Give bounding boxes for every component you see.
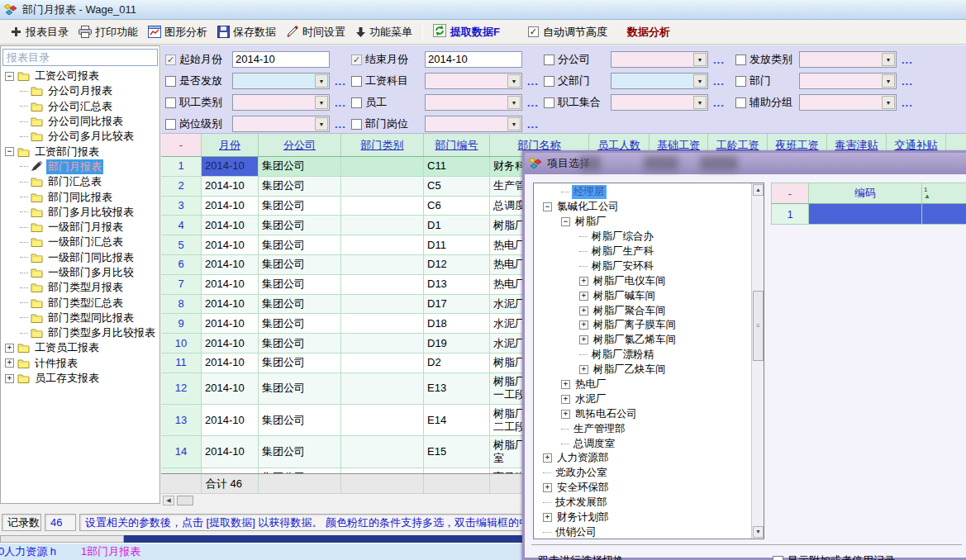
dialog-tree-item[interactable]: +树脂厂氯乙烯车间 bbox=[535, 333, 750, 348]
expand-icon[interactable]: + bbox=[561, 380, 570, 389]
sidebar-item[interactable]: 一级部门汇总表 bbox=[2, 235, 158, 249]
filter-combobox[interactable]: ▼ bbox=[425, 73, 522, 89]
dialog-tree-item[interactable]: 经理层 bbox=[535, 185, 750, 200]
extract-data-button[interactable]: 提取数据F bbox=[428, 22, 505, 41]
sidebar-item[interactable]: 部门类型汇总表 bbox=[2, 295, 158, 310]
toolbar-button-5[interactable]: 时间设置 bbox=[281, 23, 350, 41]
taskbar-item-hr[interactable]: 0人力资源 h bbox=[0, 544, 56, 559]
dialog-tree-item[interactable]: 技术发展部 bbox=[535, 496, 750, 510]
sidebar-item[interactable]: 部门月报表 bbox=[2, 159, 158, 174]
sidebar-item[interactable]: −工资部门报表 bbox=[2, 144, 158, 159]
filter-month-input[interactable]: 2014-10 bbox=[232, 51, 330, 68]
filter-checkbox[interactable] bbox=[165, 119, 176, 130]
chevron-down-icon[interactable]: ▼ bbox=[507, 74, 521, 88]
filter-combobox[interactable]: ▼ bbox=[799, 94, 897, 111]
expand-icon[interactable]: + bbox=[579, 335, 588, 344]
more-options-button[interactable]: ... bbox=[335, 75, 346, 88]
auto-height-toggle[interactable]: ✓ 自动调节高度 bbox=[528, 25, 607, 40]
filter-checkbox[interactable] bbox=[544, 97, 554, 108]
collapse-icon[interactable]: − bbox=[5, 147, 14, 156]
dialog-tree-item[interactable]: +凯拓电石公司 bbox=[535, 406, 750, 421]
dialog-tree-item[interactable]: 生产管理部 bbox=[535, 421, 750, 436]
chevron-down-icon[interactable]: ▼ bbox=[315, 96, 328, 109]
chevron-down-icon[interactable]: ▼ bbox=[507, 96, 521, 109]
sidebar-item[interactable]: 分公司月报表 bbox=[2, 83, 158, 98]
filter-checkbox[interactable] bbox=[351, 76, 362, 87]
dialog-tree-item[interactable]: 树脂厂安环科 bbox=[535, 259, 750, 273]
sidebar-item[interactable]: 分公司汇总表 bbox=[2, 99, 158, 114]
filter-checkbox[interactable]: ✓ bbox=[351, 55, 362, 65]
dialog-tree-item[interactable]: +树脂厂乙炔车间 bbox=[535, 363, 750, 377]
scroll-down-icon[interactable]: ▼ bbox=[753, 526, 764, 538]
expand-icon[interactable]: + bbox=[561, 410, 570, 419]
more-options-button[interactable]: ... bbox=[527, 118, 539, 131]
dialog-tree-item[interactable]: 供销公司 bbox=[535, 524, 750, 539]
toolbar-button-2[interactable]: 打印功能 bbox=[74, 23, 143, 41]
more-options-button[interactable]: ... bbox=[527, 75, 539, 88]
sidebar-item[interactable]: 部门类型月报表 bbox=[2, 280, 158, 295]
expand-icon[interactable]: + bbox=[5, 374, 14, 383]
filter-combobox[interactable]: ▼ bbox=[799, 51, 897, 68]
sidebar-item[interactable]: 部门多月比较报表 bbox=[2, 205, 158, 220]
more-options-button[interactable]: ... bbox=[713, 54, 725, 66]
expand-icon[interactable]: + bbox=[579, 320, 588, 330]
chevron-down-icon[interactable]: ▼ bbox=[693, 74, 707, 88]
sidebar-item[interactable]: −工资公司报表 bbox=[2, 69, 158, 83]
chevron-down-icon[interactable]: ▼ bbox=[315, 117, 328, 131]
expand-icon[interactable]: + bbox=[561, 395, 570, 404]
grid-col-月份[interactable]: 月份 bbox=[202, 134, 259, 156]
expand-icon[interactable]: + bbox=[5, 358, 14, 368]
grid-col-分公司[interactable]: 分公司 bbox=[259, 134, 341, 156]
collapse-icon[interactable]: − bbox=[5, 72, 14, 81]
dialog-tree-item[interactable]: +树脂厂离子膜车间 bbox=[535, 318, 750, 333]
taskbar-item-dept-report[interactable]: 1部门月报表 bbox=[81, 544, 140, 559]
more-options-button[interactable]: ... bbox=[713, 75, 725, 88]
chevron-down-icon[interactable]: ▼ bbox=[315, 74, 328, 88]
dialog-tree-item[interactable]: −氯碱化工公司 bbox=[535, 200, 750, 215]
vscroll-thumb[interactable]: ≡ bbox=[753, 291, 764, 361]
expand-icon[interactable]: + bbox=[579, 306, 588, 316]
sidebar-item[interactable]: +工资员工报表 bbox=[2, 340, 158, 355]
data-analysis-button[interactable]: 数据分析 bbox=[627, 25, 670, 40]
dialog-grid-col-code[interactable]: 编码 bbox=[809, 183, 922, 203]
sidebar-item[interactable]: +员工存支报表 bbox=[2, 371, 158, 386]
chevron-down-icon[interactable]: ▼ bbox=[882, 53, 895, 66]
dialog-tree-item[interactable]: +树脂厂碱车间 bbox=[535, 288, 750, 303]
expand-icon[interactable]: + bbox=[543, 483, 552, 492]
filter-checkbox[interactable] bbox=[735, 97, 746, 108]
dialog-tree-item[interactable]: +水泥厂 bbox=[535, 392, 750, 406]
filter-combobox[interactable]: ▼ bbox=[232, 94, 330, 111]
toolbar-button-4[interactable]: 保存数据 bbox=[212, 23, 281, 41]
sidebar-item[interactable]: 一级部门多月比较 bbox=[2, 265, 158, 280]
sidebar-item[interactable]: 分公司多月比较表 bbox=[2, 129, 158, 144]
sidebar-item[interactable]: 部门类型同比报表 bbox=[2, 311, 158, 325]
sidebar-item[interactable]: 分公司同比报表 bbox=[2, 114, 158, 129]
dialog-tree-item[interactable]: 树脂厂综合办 bbox=[535, 230, 750, 244]
more-options-button[interactable]: ... bbox=[527, 97, 539, 109]
filter-combobox[interactable]: ▼ bbox=[611, 51, 708, 68]
filter-combobox[interactable]: ▼ bbox=[425, 116, 522, 132]
catalog-search-box[interactable]: 报表目录 bbox=[2, 49, 158, 66]
more-options-button[interactable]: ... bbox=[713, 97, 725, 109]
expand-icon[interactable]: + bbox=[543, 513, 552, 522]
dialog-tree-item[interactable]: 总调度室 bbox=[535, 436, 750, 451]
filter-checkbox[interactable] bbox=[544, 76, 554, 87]
expand-icon[interactable]: + bbox=[579, 277, 588, 286]
chevron-down-icon[interactable]: ▼ bbox=[693, 96, 707, 109]
chevron-down-icon[interactable]: ▼ bbox=[882, 96, 895, 109]
dialog-tree-item[interactable]: 党政办公室 bbox=[535, 466, 750, 481]
show-disabled-records-toggle[interactable]: 显示附加或者停用记录 bbox=[773, 553, 895, 560]
filter-checkbox[interactable] bbox=[544, 55, 554, 65]
grid-col-部门类别[interactable]: 部门类别 bbox=[341, 134, 424, 156]
toolbar-button-1[interactable]: 报表目录 bbox=[5, 23, 74, 41]
expand-icon[interactable]: + bbox=[579, 292, 588, 301]
dialog-tree-item[interactable]: 树脂厂漂粉精 bbox=[535, 348, 750, 363]
grid-col-rownum[interactable]: - bbox=[161, 134, 202, 156]
filter-combobox[interactable]: ▼ bbox=[799, 73, 897, 89]
chevron-down-icon[interactable]: ▼ bbox=[507, 117, 521, 131]
show-disabled-checkbox[interactable] bbox=[773, 556, 783, 560]
filter-combobox[interactable]: ▼ bbox=[232, 73, 330, 89]
sidebar-item[interactable]: 部门同比报表 bbox=[2, 189, 158, 204]
dialog-tree-item[interactable]: −树脂厂 bbox=[535, 215, 750, 230]
dialog-grid-col-3[interactable]: 1 ▲ bbox=[922, 183, 966, 203]
